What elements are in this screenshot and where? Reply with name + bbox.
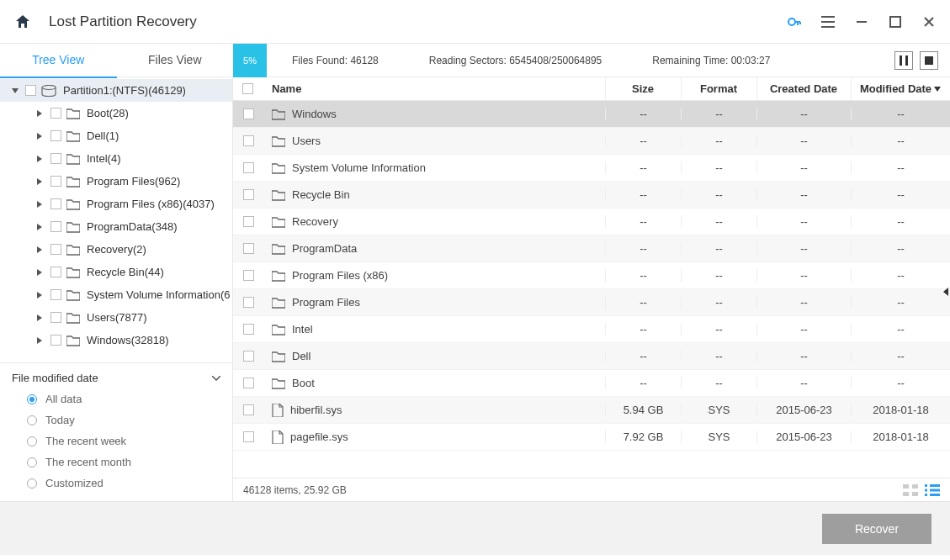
radio[interactable] <box>27 436 37 446</box>
col-name[interactable]: Name <box>268 77 605 100</box>
select-all-checkbox[interactable] <box>242 83 253 94</box>
table-row[interactable]: Program Files (x86)-------- <box>233 262 950 289</box>
tree-checkbox[interactable] <box>50 108 61 119</box>
table-row[interactable]: Intel-------- <box>233 316 950 343</box>
tree-checkbox[interactable] <box>25 85 36 96</box>
row-checkbox[interactable] <box>243 404 254 415</box>
table-row[interactable]: Recovery-------- <box>233 209 950 235</box>
expand-icon[interactable] <box>37 156 47 162</box>
close-icon[interactable] <box>921 14 937 29</box>
row-checkbox[interactable] <box>243 270 254 281</box>
col-created[interactable]: Created Date <box>756 77 851 100</box>
table-row[interactable]: hiberfil.sys5.94 GBSYS2015-06-232018-01-… <box>233 397 950 424</box>
row-checkbox[interactable] <box>243 108 254 119</box>
radio[interactable] <box>27 394 37 404</box>
filter-option[interactable]: Customized <box>27 477 220 489</box>
side-panel-toggle[interactable] <box>942 286 950 298</box>
collapse-icon[interactable] <box>12 88 22 93</box>
list-view-icon[interactable] <box>925 484 940 496</box>
filter-option[interactable]: Today <box>27 414 220 426</box>
tab-tree-view[interactable]: Tree View <box>0 43 117 78</box>
tree-item[interactable]: Users(7877) <box>0 306 232 329</box>
row-created: -- <box>756 135 851 147</box>
row-checkbox[interactable] <box>243 216 254 227</box>
tree-checkbox[interactable] <box>50 267 61 277</box>
expand-icon[interactable] <box>37 224 47 230</box>
grid-view-icon[interactable] <box>903 484 918 496</box>
tree-item-label: Program Files(962) <box>87 175 180 188</box>
table-row[interactable]: Boot-------- <box>233 370 950 397</box>
disk-icon <box>41 85 56 97</box>
expand-icon[interactable] <box>37 292 47 298</box>
tree-root[interactable]: Partition1:(NTFS)(46129) <box>0 79 232 102</box>
filter-option[interactable]: The recent week <box>27 435 220 447</box>
expand-icon[interactable] <box>37 178 47 185</box>
table-row[interactable]: Program Files-------- <box>233 289 950 316</box>
col-modified[interactable]: Modified Date <box>851 77 950 100</box>
table-row[interactable]: Windows-------- <box>233 101 950 128</box>
expand-icon[interactable] <box>37 246 47 253</box>
row-checkbox[interactable] <box>243 351 254 362</box>
tree-item[interactable]: ProgramData(348) <box>0 215 232 238</box>
tree-checkbox[interactable] <box>50 221 61 232</box>
tree-item[interactable]: Boot(28) <box>0 102 232 124</box>
tree-checkbox[interactable] <box>50 130 61 141</box>
row-checkbox[interactable] <box>243 243 254 254</box>
table-row[interactable]: Users-------- <box>233 128 950 155</box>
tree-checkbox[interactable] <box>50 198 61 209</box>
row-checkbox[interactable] <box>243 135 254 146</box>
row-checkbox[interactable] <box>243 431 254 442</box>
titlebar: Lost Partition Recovery <box>0 0 950 44</box>
stop-button[interactable] <box>920 51 938 70</box>
folder-icon <box>66 198 80 210</box>
tree-checkbox[interactable] <box>50 176 61 187</box>
row-checkbox[interactable] <box>243 162 254 173</box>
expand-icon[interactable] <box>37 314 47 321</box>
tree-item[interactable]: Program Files (x86)(4037) <box>0 193 232 215</box>
table-row[interactable]: Dell-------- <box>233 343 950 370</box>
filter-title[interactable]: File modified date <box>12 372 220 384</box>
tab-files-view[interactable]: Files View <box>117 43 234 78</box>
expand-icon[interactable] <box>37 201 47 208</box>
expand-icon[interactable] <box>37 337 47 344</box>
pause-button[interactable] <box>894 51 913 70</box>
filter-option[interactable]: The recent month <box>27 456 220 468</box>
key-icon[interactable] <box>787 14 802 29</box>
table-row[interactable]: Recycle Bin-------- <box>233 182 950 209</box>
row-checkbox[interactable] <box>243 297 254 308</box>
radio[interactable] <box>27 457 37 468</box>
expand-icon[interactable] <box>37 269 47 276</box>
filter-option[interactable]: All data <box>27 393 220 405</box>
expand-icon[interactable] <box>37 133 47 140</box>
filter-option-label: The recent month <box>45 456 131 468</box>
radio[interactable] <box>27 478 37 489</box>
col-format[interactable]: Format <box>681 77 756 100</box>
tree-item[interactable]: Recycle Bin(44) <box>0 261 232 283</box>
row-created: -- <box>756 377 851 389</box>
tree-item[interactable]: Dell(1) <box>0 124 232 147</box>
tree-item[interactable]: Intel(4) <box>0 147 232 170</box>
row-checkbox[interactable] <box>243 324 254 335</box>
row-checkbox[interactable] <box>243 378 254 388</box>
tree-item[interactable]: Program Files(962) <box>0 170 232 193</box>
table-row[interactable]: System Volume Information-------- <box>233 155 950 182</box>
tree-checkbox[interactable] <box>50 312 61 323</box>
expand-icon[interactable] <box>37 110 47 117</box>
menu-icon[interactable] <box>820 14 836 29</box>
tree-item[interactable]: System Volume Information(6 <box>0 283 232 306</box>
tree-checkbox[interactable] <box>50 289 61 300</box>
tree-item[interactable]: Windows(32818) <box>0 329 232 351</box>
radio[interactable] <box>27 415 37 425</box>
tree-checkbox[interactable] <box>50 244 61 255</box>
minimize-icon[interactable] <box>854 14 869 29</box>
tree-checkbox[interactable] <box>50 153 61 164</box>
row-checkbox[interactable] <box>243 189 254 200</box>
recover-button[interactable]: Recover <box>822 514 931 544</box>
maximize-icon[interactable] <box>888 14 903 29</box>
table-row[interactable]: pagefile.sys7.92 GBSYS2015-06-232018-01-… <box>233 424 950 451</box>
home-icon[interactable] <box>13 13 32 31</box>
tree-checkbox[interactable] <box>50 335 61 346</box>
tree-item[interactable]: Recovery(2) <box>0 238 232 261</box>
col-size[interactable]: Size <box>605 77 681 100</box>
table-row[interactable]: ProgramData-------- <box>233 235 950 262</box>
